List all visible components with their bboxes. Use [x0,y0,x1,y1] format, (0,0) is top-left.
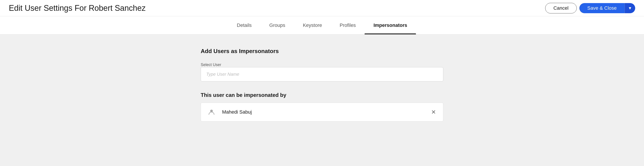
save-close-wrapper: Save & Close ▾ [580,3,635,13]
tab-profiles[interactable]: Profiles [331,16,364,34]
tabs-container: Details Groups Keystore Profiles Imperso… [0,16,644,34]
chevron-down-icon: ▾ [629,5,631,11]
remove-impersonator-button[interactable]: ✕ [430,109,437,115]
save-close-button[interactable]: Save & Close [580,3,624,13]
tab-keystore[interactable]: Keystore [294,16,331,34]
save-close-dropdown-button[interactable]: ▾ [624,3,635,13]
main-content: Add Users as Impersonators Select User T… [0,34,644,135]
tab-groups[interactable]: Groups [260,16,294,34]
content-panel: Add Users as Impersonators Select User T… [201,48,443,122]
tab-details[interactable]: Details [228,16,260,34]
impersonator-row: Mahedi Sabuj ✕ [201,103,443,122]
impersonator-name: Mahedi Sabuj [222,109,424,115]
header: Edit User Settings For Robert Sanchez Ca… [0,0,644,16]
cancel-button[interactable]: Cancel [545,3,576,13]
search-input[interactable] [201,67,443,81]
select-user-label: Select User [201,62,221,67]
add-users-title: Add Users as Impersonators [201,48,443,55]
user-avatar-icon [207,108,216,117]
page-title: Edit User Settings For Robert Sanchez [9,3,146,13]
header-actions: Cancel Save & Close ▾ [545,3,635,13]
impersonated-by-title: This user can be impersonated by [201,92,443,98]
tab-impersonators[interactable]: Impersonators [364,16,416,34]
tabs-nav: Details Groups Keystore Profiles Imperso… [228,16,416,34]
